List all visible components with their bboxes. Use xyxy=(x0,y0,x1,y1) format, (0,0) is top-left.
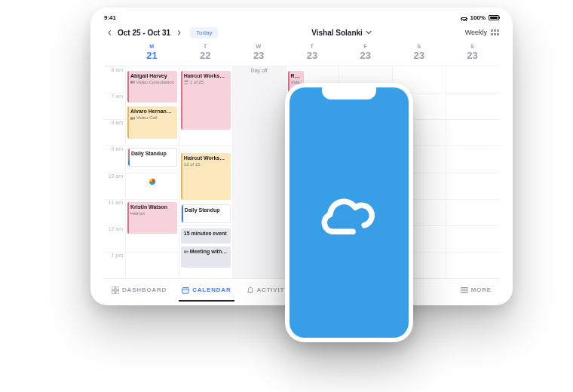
weekday-label: S xyxy=(446,44,499,49)
grid-icon xyxy=(491,29,499,36)
svg-rect-9 xyxy=(182,287,188,293)
video-icon xyxy=(130,80,135,84)
weekday-daynum: 22 xyxy=(179,50,232,61)
weekday-col-fri[interactable]: F 23 xyxy=(339,42,392,66)
event-title: Kristin Watson xyxy=(130,204,174,210)
event-title: Abigail Harvey xyxy=(130,73,174,79)
hour-label: 9 am xyxy=(104,145,125,172)
hour-label: 1 pm xyxy=(104,252,125,278)
hour-label: 6 am xyxy=(104,66,125,93)
event-standup-mon[interactable]: Daily Standup xyxy=(127,148,177,167)
google-icon xyxy=(149,179,155,185)
prev-week-button[interactable] xyxy=(104,27,115,38)
weekday-col-thu[interactable]: T 23 xyxy=(286,42,339,66)
calendar-topbar: Oct 25 - Oct 31 Today Vishal Solanki Wee… xyxy=(104,23,499,42)
event-kristin[interactable]: Kristin Watson Haircut xyxy=(127,202,177,234)
phone-frame xyxy=(285,83,413,342)
user-selector[interactable]: Vishal Solanki xyxy=(311,29,372,37)
time-column: 6 am 7 am 8 am 9 am 10 am 11 am 12 am 1 … xyxy=(104,66,125,278)
weekday-daynum: 23 xyxy=(446,50,499,61)
people-icon xyxy=(184,80,188,84)
video-icon xyxy=(184,250,188,254)
weekday-daynum: 23 xyxy=(286,50,339,61)
date-range[interactable]: Oct 25 - Oct 31 xyxy=(118,29,170,37)
battery-percent: 100% xyxy=(470,14,486,21)
weekday-label: F xyxy=(339,44,392,49)
user-name: Vishal Solanki xyxy=(311,29,363,37)
device-status-bar: 9:41 100% xyxy=(104,12,499,23)
event-subtitle: Video Call xyxy=(136,115,157,121)
nav-label: DASHBOARD xyxy=(122,286,167,293)
weekday-label: T xyxy=(286,44,339,49)
event-meeting[interactable]: Meeting with Jo… xyxy=(181,247,231,268)
nav-more[interactable]: MORE xyxy=(453,279,499,301)
event-subtitle: Video Consultation xyxy=(136,80,174,85)
event-abigail[interactable]: Abigail Harvey Video Consultation xyxy=(127,71,177,103)
week-header: M 21 T 22 W 23 T 23 F 23 S 23 xyxy=(104,42,499,66)
event-workshop1[interactable]: Haircut Workshops 1 of 25 xyxy=(181,71,231,130)
event-title: Daily Standup xyxy=(131,151,173,157)
event-subtitle: 12 of 15 xyxy=(184,162,201,167)
calendar-icon xyxy=(182,286,189,294)
weekday-daynum: 23 xyxy=(339,50,392,61)
svg-rect-0 xyxy=(130,81,133,83)
event-workshop2[interactable]: Haircut Workshops 12 of 15 xyxy=(181,153,231,200)
event-title: Alvaro Hernandez xyxy=(130,109,174,115)
event-subtitle: 1 of 25 xyxy=(190,80,204,85)
phone-screen xyxy=(290,87,409,338)
weekday-daynum: 21 xyxy=(125,50,179,61)
chevron-down-icon xyxy=(366,29,372,35)
nav-calendar[interactable]: CALENDAR xyxy=(174,279,238,301)
status-time: 9:41 xyxy=(104,14,116,21)
weekday-col-tue[interactable]: T 22 xyxy=(179,42,232,66)
svg-rect-4 xyxy=(184,250,187,253)
event-fifteen[interactable]: 15 minutes event xyxy=(181,228,231,243)
weekday-col-sun[interactable]: S 23 xyxy=(446,42,499,66)
event-standup-tue[interactable]: Daily Standup xyxy=(181,204,231,223)
event-title-text: Meeting with Jo… xyxy=(190,249,228,254)
event-title: 15 minutes event xyxy=(184,231,228,237)
weekday-daynum: 23 xyxy=(392,50,446,61)
nav-label: CALENDAR xyxy=(192,286,231,293)
weekday-label: S xyxy=(392,44,446,49)
day-column-tue[interactable]: Haircut Workshops 1 of 25 Haircut Worksh… xyxy=(179,66,232,278)
event-title: Regina… xyxy=(291,73,301,79)
view-mode-selector[interactable]: Weekly xyxy=(465,29,499,36)
phone-notch xyxy=(322,87,376,100)
day-column-sun[interactable] xyxy=(446,66,499,278)
nav-label: MORE xyxy=(471,286,492,293)
weekday-col-mon[interactable]: M 21 xyxy=(125,42,179,66)
event-alvaro[interactable]: Alvaro Hernandez Video Call xyxy=(127,106,177,138)
battery-icon xyxy=(489,15,499,20)
day-column-wed[interactable] xyxy=(232,66,286,278)
weekday-label: T xyxy=(179,44,232,49)
svg-rect-1 xyxy=(130,117,133,120)
weekday-col-sat[interactable]: S 23 xyxy=(392,42,446,66)
svg-point-3 xyxy=(186,81,188,82)
dashboard-icon xyxy=(112,286,119,294)
svg-rect-5 xyxy=(112,286,115,289)
weekday-label: W xyxy=(232,44,286,49)
svg-point-2 xyxy=(184,81,185,82)
event-title: Haircut Workshops xyxy=(184,155,228,161)
nav-dashboard[interactable]: DASHBOARD xyxy=(104,279,174,301)
next-week-button[interactable] xyxy=(173,27,184,38)
view-mode-label: Weekly xyxy=(465,29,487,36)
nav-label: ACTIVITY xyxy=(257,286,290,293)
svg-rect-8 xyxy=(116,290,119,293)
wifi-icon xyxy=(461,14,467,21)
hour-label: 12 am xyxy=(104,225,125,252)
event-title: Haircut Workshops xyxy=(184,73,228,79)
video-icon xyxy=(130,116,135,121)
bell-icon xyxy=(247,286,254,294)
hour-label: 8 am xyxy=(104,119,125,145)
today-button[interactable]: Today xyxy=(190,27,218,38)
event-title: Daily Standup xyxy=(185,207,227,213)
weekday-col-wed[interactable]: W 23 xyxy=(232,42,286,66)
event-subtitle: Haircut xyxy=(130,211,145,216)
hour-label: 10 am xyxy=(104,173,125,199)
svg-rect-7 xyxy=(112,290,115,293)
hour-label: 7 am xyxy=(104,93,125,119)
event-google-marker[interactable] xyxy=(127,173,177,191)
day-column-mon[interactable]: Abigail Harvey Video Consultation Alvaro… xyxy=(125,66,179,278)
